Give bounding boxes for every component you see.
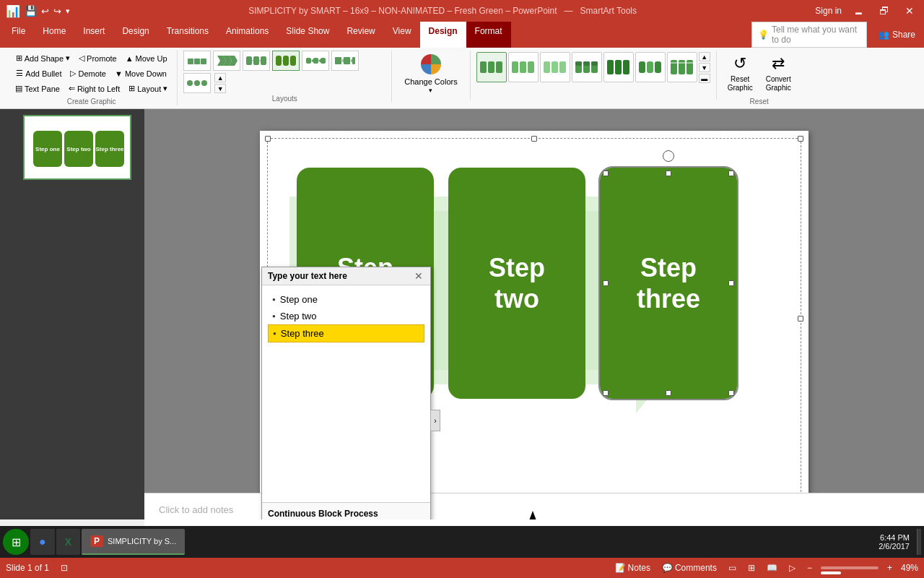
share-button[interactable]: 👥 Share — [873, 22, 921, 48]
change-colors-button[interactable]: Change Colors ▾ — [398, 51, 463, 98]
step3-handle-bc[interactable] — [666, 390, 671, 396]
start-button[interactable]: ⊞ — [3, 529, 29, 555]
restore-button[interactable]: 🗗 — [875, 4, 894, 18]
view-slideshow-icon[interactable]: ▷ — [786, 561, 798, 574]
zoom-out-button[interactable]: − — [804, 561, 815, 574]
layout-option-5[interactable] — [302, 51, 329, 71]
taskbar-excel[interactable]: X — [56, 529, 80, 555]
style-4[interactable] — [572, 52, 602, 82]
zoom-slider[interactable] — [821, 566, 879, 569]
comments-button[interactable]: 💬 Comments — [659, 561, 720, 574]
promote-button[interactable]: ◁ Promote — [75, 51, 121, 65]
handle-tl[interactable] — [265, 136, 271, 142]
layout-option-7[interactable] — [183, 73, 211, 93]
add-shape-button[interactable]: ⊞ Add Shape ▾ — [12, 51, 74, 65]
svg-rect-34 — [528, 61, 534, 73]
step3-handle-br[interactable] — [728, 390, 734, 396]
tab-review[interactable]: Review — [338, 22, 383, 48]
view-normal-icon[interactable]: ▭ — [725, 561, 739, 574]
text-pane-item-2[interactable]: ● Step two — [268, 308, 424, 324]
demote-button[interactable]: ▷ Demote — [66, 66, 110, 80]
step3-handle-mr[interactable] — [728, 280, 734, 286]
text-pane-item-1[interactable]: ● Step one — [268, 291, 424, 308]
style-7[interactable] — [667, 52, 697, 82]
tab-view[interactable]: View — [384, 22, 420, 48]
styles-scroll-up[interactable]: ▲ — [699, 52, 710, 61]
tab-smartart-design[interactable]: Design — [420, 22, 466, 48]
layouts-scroll-up[interactable]: ▲ — [214, 73, 226, 82]
quick-access-redo[interactable]: ↪ — [53, 6, 61, 17]
style-3[interactable] — [540, 52, 570, 82]
svg-rect-45 — [615, 60, 622, 74]
notes-button[interactable]: 📝 Notes — [612, 561, 653, 574]
close-button[interactable]: ✕ — [901, 4, 918, 18]
slide-thumbnail[interactable]: Step one Step two Step three — [23, 115, 131, 180]
ribbon-row-3: ▤ Text Pane ⇐ Right to Left ⊞ Layout ▾ — [12, 82, 171, 95]
tab-insert[interactable]: Insert — [74, 22, 113, 48]
reset-graphic-button[interactable]: ↺ ResetGraphic — [723, 51, 758, 96]
style-flat[interactable] — [476, 52, 507, 82]
text-pane-header: Type your text here ✕ — [262, 267, 430, 285]
slide-thumbnail-wrapper: 1 ★ Step one Step two Step three — [6, 115, 139, 180]
style-5[interactable] — [603, 52, 634, 82]
tab-smartart-format[interactable]: Format — [466, 22, 511, 48]
step3-handle-tc[interactable] — [666, 171, 671, 176]
quick-access-save[interactable]: 💾 — [25, 5, 37, 17]
layout-button[interactable]: ⊞ Layout ▾ — [125, 82, 171, 95]
convert-graphic-button[interactable]: ⇄ ConvertGraphic — [761, 51, 796, 96]
show-desktop-button[interactable] — [917, 529, 921, 555]
svg-rect-1 — [194, 59, 200, 64]
text-pane-button[interactable]: ▤ Text Pane — [12, 82, 64, 95]
handle-tc[interactable] — [531, 136, 537, 142]
fit-to-window-icon[interactable]: ⊡ — [58, 561, 71, 574]
layout-option-6[interactable] — [331, 51, 359, 71]
tab-slideshow[interactable]: Slide Show — [277, 22, 338, 48]
quick-access-customize[interactable]: ▾ — [66, 7, 70, 16]
handle-tr[interactable] — [798, 136, 803, 142]
svg-rect-25 — [352, 57, 355, 64]
style-2[interactable] — [508, 52, 539, 82]
step-two-box[interactable]: Steptwo — [448, 168, 585, 399]
style-6[interactable] — [635, 52, 666, 82]
signin-link[interactable]: Sign in — [815, 6, 842, 16]
move-up-button[interactable]: ▲ Move Up — [122, 52, 171, 65]
quick-access-undo[interactable]: ↩ — [41, 6, 49, 17]
step-three-box[interactable]: ↻ Stepthree — [600, 168, 737, 399]
tab-home[interactable]: Home — [34, 22, 74, 48]
notes-icon: 📝 — [615, 563, 626, 573]
add-bullet-button[interactable]: ☰ Add Bullet — [12, 66, 65, 80]
zoom-in-button[interactable]: + — [884, 561, 895, 574]
styles-scroll-down[interactable]: ▼ — [699, 63, 710, 72]
tab-animations[interactable]: Animations — [217, 22, 277, 48]
tab-transitions[interactable]: Transitions — [158, 22, 217, 48]
step3-handle-bl[interactable] — [603, 390, 609, 396]
taskbar-chrome[interactable]: ● — [30, 529, 55, 555]
right-to-left-button[interactable]: ⇐ Right to Left — [65, 82, 123, 95]
text-pane-close-button[interactable]: ✕ — [413, 270, 424, 282]
rotate-handle[interactable]: ↻ — [663, 150, 674, 162]
step3-handle-tr[interactable] — [728, 171, 734, 176]
layout-option-3[interactable] — [243, 51, 270, 71]
move-down-button[interactable]: ▼ Move Down — [111, 67, 170, 80]
styles-more[interactable]: ▬ — [699, 74, 710, 83]
step3-handle-tl[interactable] — [603, 171, 609, 176]
tab-design[interactable]: Design — [113, 22, 157, 48]
handle-mr[interactable] — [798, 316, 803, 322]
view-slides-icon[interactable]: ⊞ — [745, 561, 758, 574]
mini-step3: Step three — [95, 131, 124, 167]
taskbar-powerpoint[interactable]: P SIMPLICITY by S... — [82, 529, 185, 555]
layouts-scroll-down[interactable]: ▼ — [214, 84, 226, 93]
layout-option-2[interactable] — [213, 51, 240, 71]
layout-option-1[interactable] — [183, 51, 211, 71]
ribbon-row-1: ⊞ Add Shape ▾ ◁ Promote ▲ Move Up — [12, 51, 171, 65]
view-reading-icon[interactable]: 📖 — [764, 561, 780, 574]
tab-file[interactable]: File — [3, 22, 34, 48]
layout-option-4[interactable] — [272, 51, 300, 71]
text-pane-expand-button[interactable]: › — [430, 410, 440, 431]
step3-handle-ml[interactable] — [603, 280, 609, 286]
tell-me-input[interactable]: 💡 Tell me what you want to do — [751, 22, 867, 48]
add-bullet-icon: ☰ — [16, 69, 23, 78]
text-pane-item-3[interactable]: ● Step three — [268, 324, 424, 342]
minimize-button[interactable]: 🗕 — [849, 4, 868, 18]
promote-icon: ◁ — [79, 53, 84, 63]
